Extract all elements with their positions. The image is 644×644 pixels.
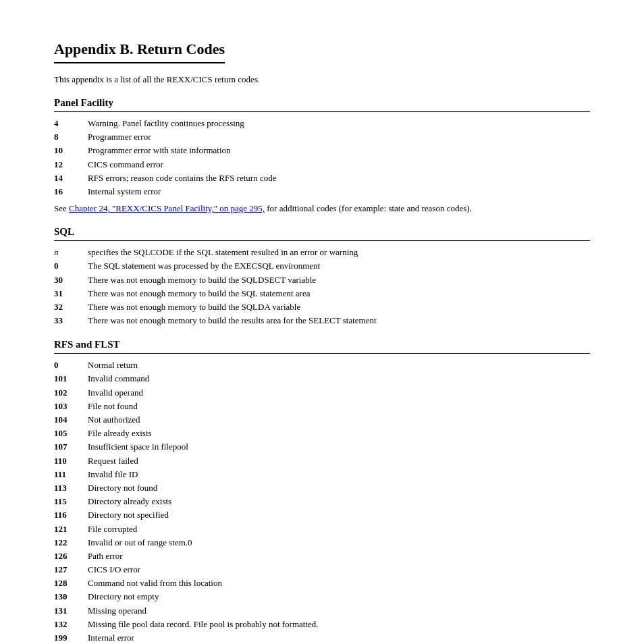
code-description: File already exists: [88, 427, 590, 439]
list-item: 0 The SQL statement was processed by the…: [54, 260, 590, 272]
code-number: 0: [54, 260, 88, 272]
list-item: 31 There was not enough memory to build …: [54, 288, 590, 300]
list-item: 126 Path error: [54, 550, 590, 562]
code-description: Internal system error: [88, 186, 590, 198]
list-item: 104 Not authorized: [54, 414, 590, 426]
code-number: 102: [54, 387, 88, 399]
chapter-24-link[interactable]: Chapter 24, "REXX/CICS Panel Facility," …: [69, 203, 265, 213]
list-item: 121 File corrupted: [54, 523, 590, 535]
code-description: Directory not found: [88, 482, 590, 494]
section-sql: SQL n specifies the SQLCODE if the SQL s…: [54, 226, 590, 327]
code-description: RFS errors; reason code contains the RFS…: [88, 172, 590, 184]
code-number: 111: [54, 468, 88, 481]
code-number: 0: [54, 359, 88, 371]
code-description: File not found: [88, 400, 590, 412]
list-item: 10 Programmer error with state informati…: [54, 144, 590, 157]
code-description: The SQL statement was processed by the E…: [88, 260, 590, 272]
list-item: 8 Programmer error: [54, 131, 590, 143]
list-item: 16 Internal system error: [54, 186, 590, 198]
list-item: 4 Warning. Panel facility continues proc…: [54, 117, 590, 130]
code-number: 127: [54, 564, 88, 576]
section-title-sql: SQL: [54, 226, 590, 241]
code-description: Warning. Panel facility continues proces…: [88, 117, 590, 130]
code-number: 126: [54, 550, 88, 562]
code-number: 113: [54, 482, 88, 494]
code-description: CICS I/O error: [88, 564, 590, 576]
sql-list: n specifies the SQLCODE if the SQL state…: [54, 246, 590, 327]
code-number: 128: [54, 577, 88, 589]
list-item: 105 File already exists: [54, 427, 590, 439]
code-description: Internal error: [88, 632, 590, 644]
code-description: Invalid operand: [88, 387, 590, 399]
code-description: Insufficient space in filepool: [88, 441, 590, 453]
code-description: Directory already exists: [88, 495, 590, 508]
see-also-pre: See: [54, 203, 69, 213]
code-number: 107: [54, 441, 88, 453]
list-item: 103 File not found: [54, 400, 590, 412]
list-item: 102 Invalid operand: [54, 387, 590, 399]
code-description: Programmer error: [88, 131, 590, 143]
list-item: 33 There was not enough memory to build …: [54, 315, 590, 327]
list-item: n specifies the SQLCODE if the SQL state…: [54, 246, 590, 259]
list-item: 199 Internal error: [54, 632, 590, 644]
list-item: 30 There was not enough memory to build …: [54, 274, 590, 286]
code-number: 31: [54, 288, 88, 300]
code-number: 10: [54, 144, 88, 157]
code-description: Path error: [88, 550, 590, 562]
list-item: 115 Directory already exists: [54, 495, 590, 508]
see-also-text: See Chapter 24, "REXX/CICS Panel Facilit…: [54, 203, 590, 214]
code-number: 105: [54, 427, 88, 439]
code-description: Request failed: [88, 455, 590, 467]
code-number: 131: [54, 605, 88, 617]
code-number: 16: [54, 186, 88, 198]
code-number: 130: [54, 591, 88, 603]
list-item: 132 Missing file pool data record. File …: [54, 618, 590, 630]
code-description: Programmer error with state information: [88, 144, 590, 157]
list-item: 32 There was not enough memory to build …: [54, 301, 590, 313]
code-number: 115: [54, 495, 88, 508]
rfs-flst-list: 0 Normal return 101 Invalid command 102 …: [54, 359, 590, 644]
code-description: Missing file pool data record. File pool…: [88, 618, 590, 630]
list-item: 113 Directory not found: [54, 482, 590, 494]
code-number: 199: [54, 632, 88, 644]
code-number: 110: [54, 455, 88, 467]
list-item: 116 Directory not specified: [54, 509, 590, 521]
see-also-post: for additional codes (for example: state…: [265, 203, 472, 213]
list-item: 107 Insufficient space in filepool: [54, 441, 590, 453]
code-number: 101: [54, 373, 88, 385]
code-description: Missing operand: [88, 605, 590, 617]
code-description: Invalid file ID: [88, 468, 590, 481]
code-number: 30: [54, 274, 88, 286]
code-description: CICS command error: [88, 159, 590, 171]
list-item: 12 CICS command error: [54, 159, 590, 171]
code-number: 103: [54, 400, 88, 412]
list-item: 111 Invalid file ID: [54, 468, 590, 481]
code-description: There was not enough memory to build the…: [88, 288, 590, 300]
code-number: 8: [54, 131, 88, 143]
code-description: Invalid or out of range stem.0: [88, 537, 590, 549]
panel-facility-list: 4 Warning. Panel facility continues proc…: [54, 117, 590, 198]
list-item: 14 RFS errors; reason code contains the …: [54, 172, 590, 184]
section-rfs-flst: RFS and FLST 0 Normal return 101 Invalid…: [54, 339, 590, 644]
code-number: 122: [54, 537, 88, 549]
page-container: Appendix B. Return Codes This appendix i…: [0, 0, 644, 644]
section-title-rfs-flst: RFS and FLST: [54, 339, 590, 354]
code-number: 132: [54, 618, 88, 630]
intro-text: This appendix is a list of all the REXX/…: [54, 74, 590, 85]
list-item: 131 Missing operand: [54, 605, 590, 617]
code-number: 32: [54, 301, 88, 313]
code-number: 116: [54, 509, 88, 521]
code-description: Directory not empty: [88, 591, 590, 603]
code-description: File corrupted: [88, 523, 590, 535]
code-description: There was not enough memory to build the…: [88, 315, 590, 327]
code-number: 121: [54, 523, 88, 535]
code-description: Normal return: [88, 359, 590, 371]
code-number: 104: [54, 414, 88, 426]
code-description: Command not valid from this location: [88, 577, 590, 589]
list-item: 122 Invalid or out of range stem.0: [54, 537, 590, 549]
code-number: 14: [54, 172, 88, 184]
list-item: 101 Invalid command: [54, 373, 590, 385]
code-number: 4: [54, 117, 88, 130]
code-number: 12: [54, 159, 88, 171]
code-number: 33: [54, 315, 88, 327]
